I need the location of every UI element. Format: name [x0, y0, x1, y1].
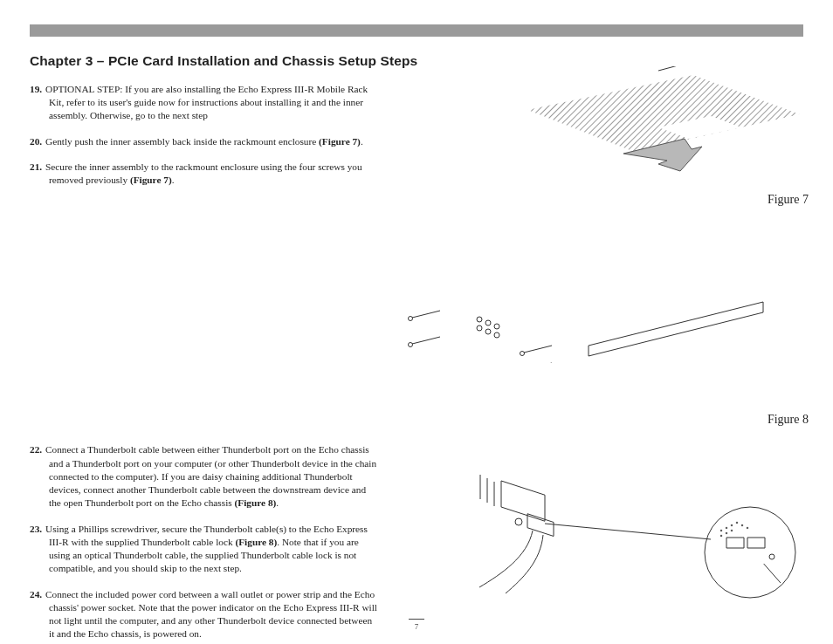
svg-point-36 — [705, 507, 795, 598]
steps-list-1: 19.OPTIONAL STEP: If you are also instal… — [30, 83, 379, 188]
step-22: 22.Connect a Thunderbolt cable between e… — [49, 443, 379, 510]
step-19: 19.OPTIONAL STEP: If you are also instal… — [49, 83, 379, 123]
svg-line-16 — [412, 337, 440, 344]
page-number: 7 — [409, 619, 424, 632]
step-23: 23.Using a Phillips screwdriver, secure … — [49, 523, 379, 576]
instruction-column: 19.OPTIONAL STEP: If you are also instal… — [30, 83, 379, 641]
svg-marker-13 — [788, 279, 805, 330]
svg-point-15 — [409, 317, 413, 321]
figure-7: Figure 7 — [396, 66, 809, 363]
svg-marker-32 — [788, 438, 805, 497]
svg-line-3 — [658, 66, 685, 71]
svg-marker-31 — [449, 454, 465, 513]
svg-line-14 — [412, 311, 440, 318]
svg-marker-12 — [449, 295, 465, 346]
steps-list-2: 22.Connect a Thunderbolt cable between e… — [30, 443, 379, 641]
figure-8: Figure 8 — [396, 400, 809, 600]
figure-8-label: Figure 8 — [768, 412, 809, 428]
header-bar — [30, 24, 803, 37]
step-24: 24.Connect the included power cord betwe… — [49, 588, 379, 641]
svg-point-17 — [409, 343, 413, 347]
step-21: 21.Secure the inner assembly to the rack… — [49, 161, 379, 188]
figure-7-label: Figure 7 — [768, 192, 809, 209]
step-20: 20.Gently push the inner assembly back i… — [49, 135, 379, 148]
